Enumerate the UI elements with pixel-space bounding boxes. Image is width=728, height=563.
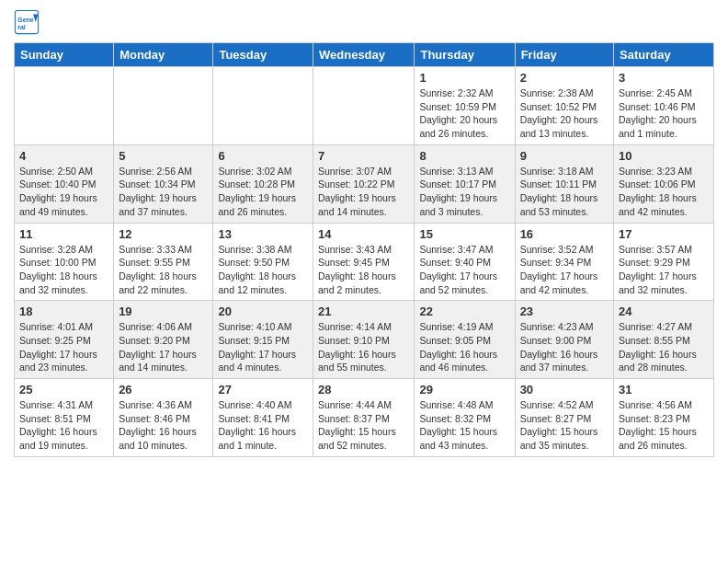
day-number: 21 — [318, 304, 409, 318]
day-info: Sunrise: 4:23 AM Sunset: 9:00 PM Dayligh… — [520, 320, 609, 374]
day-number: 5 — [119, 149, 208, 163]
day-info: Sunrise: 3:52 AM Sunset: 9:34 PM Dayligh… — [520, 243, 609, 297]
day-info: Sunrise: 4:10 AM Sunset: 9:15 PM Dayligh… — [218, 320, 308, 374]
calendar-cell: 21Sunrise: 4:14 AM Sunset: 9:10 PM Dayli… — [313, 301, 415, 379]
day-info: Sunrise: 2:56 AM Sunset: 10:34 PM Daylig… — [119, 165, 208, 219]
calendar-cell: 13Sunrise: 3:38 AM Sunset: 9:50 PM Dayli… — [213, 223, 313, 301]
calendar-week-2: 4Sunrise: 2:50 AM Sunset: 10:40 PM Dayli… — [15, 144, 714, 223]
day-number: 24 — [619, 304, 709, 318]
weekday-sunday: Sunday — [15, 43, 114, 67]
calendar-cell: 7Sunrise: 3:07 AM Sunset: 10:22 PM Dayli… — [313, 144, 415, 223]
calendar-cell: 16Sunrise: 3:52 AM Sunset: 9:34 PM Dayli… — [515, 223, 613, 301]
day-number: 27 — [218, 383, 308, 396]
day-number: 30 — [520, 383, 609, 396]
day-info: Sunrise: 4:06 AM Sunset: 9:20 PM Dayligh… — [119, 320, 208, 374]
day-number: 22 — [419, 304, 509, 318]
calendar-cell: 22Sunrise: 4:19 AM Sunset: 9:05 PM Dayli… — [415, 301, 515, 379]
day-number: 28 — [318, 383, 409, 396]
day-number: 20 — [218, 304, 308, 318]
day-info: Sunrise: 3:07 AM Sunset: 10:22 PM Daylig… — [318, 165, 409, 219]
calendar-week-5: 25Sunrise: 4:31 AM Sunset: 8:51 PM Dayli… — [15, 379, 714, 457]
day-info: Sunrise: 4:01 AM Sunset: 9:25 PM Dayligh… — [19, 320, 108, 374]
day-info: Sunrise: 3:02 AM Sunset: 10:28 PM Daylig… — [218, 165, 308, 219]
calendar-table: SundayMondayTuesdayWednesdayThursdayFrid… — [14, 42, 714, 457]
calendar-cell: 12Sunrise: 3:33 AM Sunset: 9:55 PM Dayli… — [114, 223, 213, 301]
calendar-cell: 3Sunrise: 2:45 AM Sunset: 10:46 PM Dayli… — [614, 67, 714, 145]
day-info: Sunrise: 3:28 AM Sunset: 10:00 PM Daylig… — [19, 243, 108, 297]
day-info: Sunrise: 4:52 AM Sunset: 8:27 PM Dayligh… — [520, 398, 609, 453]
day-number: 4 — [19, 149, 108, 163]
day-info: Sunrise: 2:50 AM Sunset: 10:40 PM Daylig… — [19, 165, 108, 219]
day-number: 31 — [619, 383, 709, 396]
day-number: 10 — [619, 149, 709, 163]
calendar-week-4: 18Sunrise: 4:01 AM Sunset: 9:25 PM Dayli… — [15, 301, 714, 379]
day-info: Sunrise: 4:40 AM Sunset: 8:41 PM Dayligh… — [218, 398, 308, 453]
calendar-cell: 4Sunrise: 2:50 AM Sunset: 10:40 PM Dayli… — [15, 144, 114, 223]
day-info: Sunrise: 4:56 AM Sunset: 8:23 PM Dayligh… — [619, 398, 709, 453]
calendar-cell: 27Sunrise: 4:40 AM Sunset: 8:41 PM Dayli… — [213, 379, 313, 457]
calendar-cell: 11Sunrise: 3:28 AM Sunset: 10:00 PM Dayl… — [15, 223, 114, 301]
day-info: Sunrise: 3:38 AM Sunset: 9:50 PM Dayligh… — [218, 243, 308, 297]
calendar-cell: 8Sunrise: 3:13 AM Sunset: 10:17 PM Dayli… — [415, 144, 515, 223]
weekday-saturday: Saturday — [614, 43, 714, 67]
calendar-cell: 1Sunrise: 2:32 AM Sunset: 10:59 PM Dayli… — [415, 67, 515, 145]
calendar-cell: 26Sunrise: 4:36 AM Sunset: 8:46 PM Dayli… — [114, 379, 213, 457]
day-info: Sunrise: 4:31 AM Sunset: 8:51 PM Dayligh… — [19, 398, 108, 453]
day-info: Sunrise: 3:43 AM Sunset: 9:45 PM Dayligh… — [318, 243, 409, 297]
calendar-cell: 17Sunrise: 3:57 AM Sunset: 9:29 PM Dayli… — [614, 223, 714, 301]
calendar-cell: 30Sunrise: 4:52 AM Sunset: 8:27 PM Dayli… — [515, 379, 613, 457]
day-info: Sunrise: 4:48 AM Sunset: 8:32 PM Dayligh… — [419, 398, 509, 453]
calendar-cell: 20Sunrise: 4:10 AM Sunset: 9:15 PM Dayli… — [213, 301, 313, 379]
day-info: Sunrise: 3:18 AM Sunset: 10:11 PM Daylig… — [520, 165, 609, 219]
day-number: 14 — [318, 227, 409, 241]
logo-icon: Gene ral — [14, 9, 40, 35]
day-info: Sunrise: 3:47 AM Sunset: 9:40 PM Dayligh… — [419, 243, 509, 297]
logo: Gene ral — [14, 9, 43, 35]
day-info: Sunrise: 4:44 AM Sunset: 8:37 PM Dayligh… — [318, 398, 409, 453]
calendar-cell: 9Sunrise: 3:18 AM Sunset: 10:11 PM Dayli… — [515, 144, 613, 223]
day-number: 16 — [520, 227, 609, 241]
day-number: 11 — [19, 227, 108, 241]
calendar-cell: 31Sunrise: 4:56 AM Sunset: 8:23 PM Dayli… — [614, 379, 714, 457]
day-info: Sunrise: 2:38 AM Sunset: 10:52 PM Daylig… — [520, 86, 609, 141]
weekday-header-row: SundayMondayTuesdayWednesdayThursdayFrid… — [15, 43, 714, 67]
weekday-friday: Friday — [515, 43, 613, 67]
day-number: 19 — [119, 304, 208, 318]
calendar-cell: 28Sunrise: 4:44 AM Sunset: 8:37 PM Dayli… — [313, 379, 415, 457]
calendar-cell: 10Sunrise: 3:23 AM Sunset: 10:06 PM Dayl… — [614, 144, 714, 223]
day-info: Sunrise: 4:14 AM Sunset: 9:10 PM Dayligh… — [318, 320, 409, 374]
day-number: 3 — [619, 71, 709, 85]
page-container: Gene ral SundayMondayTuesdayWednesdayThu… — [0, 0, 728, 466]
calendar-week-3: 11Sunrise: 3:28 AM Sunset: 10:00 PM Dayl… — [15, 223, 714, 301]
weekday-tuesday: Tuesday — [213, 43, 313, 67]
day-info: Sunrise: 4:27 AM Sunset: 8:55 PM Dayligh… — [619, 320, 709, 374]
weekday-monday: Monday — [114, 43, 213, 67]
calendar-cell — [213, 67, 313, 145]
day-number: 6 — [218, 149, 308, 163]
calendar-cell: 14Sunrise: 3:43 AM Sunset: 9:45 PM Dayli… — [313, 223, 415, 301]
svg-text:ral: ral — [17, 24, 26, 30]
day-number: 12 — [119, 227, 208, 241]
calendar-cell: 19Sunrise: 4:06 AM Sunset: 9:20 PM Dayli… — [114, 301, 213, 379]
calendar-cell — [114, 67, 213, 145]
day-number: 8 — [419, 149, 509, 163]
day-info: Sunrise: 2:32 AM Sunset: 10:59 PM Daylig… — [419, 86, 509, 141]
calendar-cell: 23Sunrise: 4:23 AM Sunset: 9:00 PM Dayli… — [515, 301, 613, 379]
svg-text:Gene: Gene — [17, 17, 34, 23]
day-number: 23 — [520, 304, 609, 318]
day-number: 13 — [218, 227, 308, 241]
calendar-cell: 24Sunrise: 4:27 AM Sunset: 8:55 PM Dayli… — [614, 301, 714, 379]
calendar-cell: 15Sunrise: 3:47 AM Sunset: 9:40 PM Dayli… — [415, 223, 515, 301]
calendar-cell — [313, 67, 415, 145]
day-number: 9 — [520, 149, 609, 163]
day-number: 26 — [119, 383, 208, 396]
day-info: Sunrise: 4:36 AM Sunset: 8:46 PM Dayligh… — [119, 398, 208, 453]
weekday-wednesday: Wednesday — [313, 43, 415, 67]
page-header: Gene ral — [14, 9, 714, 35]
day-number: 7 — [318, 149, 409, 163]
day-info: Sunrise: 2:45 AM Sunset: 10:46 PM Daylig… — [619, 86, 709, 141]
day-info: Sunrise: 3:57 AM Sunset: 9:29 PM Dayligh… — [619, 243, 709, 297]
weekday-thursday: Thursday — [415, 43, 515, 67]
calendar-cell: 2Sunrise: 2:38 AM Sunset: 10:52 PM Dayli… — [515, 67, 613, 145]
day-info: Sunrise: 3:13 AM Sunset: 10:17 PM Daylig… — [419, 165, 509, 219]
